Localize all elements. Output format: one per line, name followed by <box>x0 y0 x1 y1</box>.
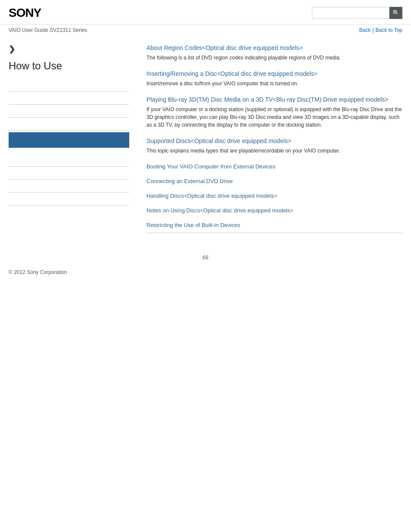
sidebar-item-9[interactable] <box>9 193 129 205</box>
back-link[interactable]: Back <box>359 27 371 33</box>
section-region-codes-link[interactable]: About Region Codes<Optical disc drive eq… <box>146 44 402 51</box>
main-container: ❯ How to Use About Region Codes<Optical … <box>0 36 411 246</box>
section-supported-discs-desc: This topic explains media types that are… <box>146 147 402 155</box>
search-area: 🔍 <box>312 7 402 19</box>
section-inserting-disc-link[interactable]: Inserting/Removing a Disc<Optical disc d… <box>146 70 402 77</box>
nav-links: Back | Back to Top <box>359 27 402 33</box>
nav-separator: | <box>372 27 374 33</box>
sony-logo: SONY <box>9 6 41 20</box>
sidebar-item-1[interactable] <box>9 79 129 92</box>
sidebar-item-7[interactable] <box>9 167 129 180</box>
content-links-list: Booting Your VAIO Computer from External… <box>146 163 402 228</box>
section-region-codes: About Region Codes<Optical disc drive eq… <box>146 44 402 62</box>
nav-title: VAIO User Guide SVZ1311 Series <box>9 27 87 33</box>
section-supported-discs-link[interactable]: Supported Discs<Optical disc drive equip… <box>146 137 402 144</box>
section-supported-discs: Supported Discs<Optical disc drive equip… <box>146 137 402 155</box>
section-region-codes-desc: The following is a list of DVD region co… <box>146 54 402 62</box>
chevron-icon[interactable]: ❯ <box>9 44 15 54</box>
footer: © 2012 Sony Corporation <box>0 261 411 284</box>
section-bluray-3d: Playing Blu-ray 3D(TM) Disc Media on a 3… <box>146 96 402 129</box>
content-divider <box>146 233 402 233</box>
back-to-top-link[interactable]: Back to Top <box>376 27 402 33</box>
page-number: 66 <box>0 255 411 261</box>
search-button[interactable]: 🔍 <box>389 7 402 19</box>
sidebar-item-2[interactable] <box>9 92 129 105</box>
search-input[interactable] <box>312 7 389 19</box>
link-restricting[interactable]: Restricting the Use of Built-in Devices <box>146 222 402 228</box>
sidebar-item-4[interactable] <box>9 118 129 131</box>
link-notes-discs[interactable]: Notes on Using Discs<Optical disc drive … <box>146 207 402 214</box>
sidebar-spacer <box>9 149 129 154</box>
sidebar-item-8[interactable] <box>9 180 129 193</box>
section-inserting-disc-desc: Insert/remove a disc to/from your VAIO c… <box>146 80 402 87</box>
search-icon: 🔍 <box>392 9 400 16</box>
header: SONY 🔍 <box>0 0 411 25</box>
content-area: About Region Codes<Optical disc drive eq… <box>138 40 402 237</box>
sidebar: ❯ How to Use <box>9 40 138 237</box>
section-bluray-3d-desc: If your VAIO computer or a docking stati… <box>146 106 402 129</box>
link-boot-external[interactable]: Booting Your VAIO Computer from External… <box>146 163 402 170</box>
sidebar-title: How to Use <box>9 60 129 72</box>
link-handling-discs[interactable]: Handling Discs<Optical disc drive equipp… <box>146 193 402 199</box>
sidebar-item-5-active[interactable] <box>9 132 129 148</box>
section-inserting-disc: Inserting/Removing a Disc<Optical disc d… <box>146 70 402 87</box>
section-bluray-3d-link[interactable]: Playing Blu-ray 3D(TM) Disc Media on a 3… <box>146 96 402 103</box>
sidebar-item-6[interactable] <box>9 154 129 167</box>
nav-bar: VAIO User Guide SVZ1311 Series Back | Ba… <box>0 25 411 36</box>
sidebar-item-3[interactable] <box>9 105 129 118</box>
link-connect-dvd[interactable]: Connecting an External DVD Drive <box>146 178 402 184</box>
copyright-text: © 2012 Sony Corporation <box>9 269 67 275</box>
